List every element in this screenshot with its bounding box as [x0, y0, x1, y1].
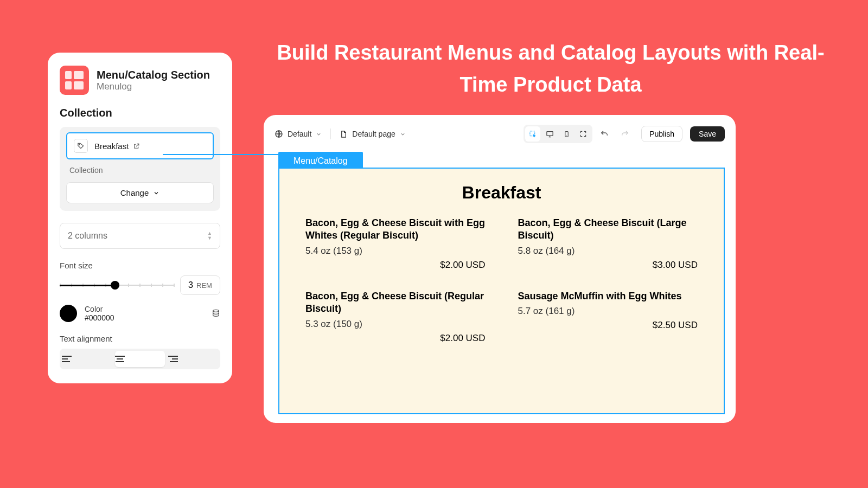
menu-grid: Bacon, Egg & Cheese Biscuit with Egg Whi… — [305, 217, 698, 344]
connector-line — [163, 154, 285, 155]
menu-item: Sausage McMuffin with Egg Whites 5.7 oz … — [518, 290, 698, 344]
font-size-slider[interactable] — [60, 280, 175, 291]
menu-item-price: $2.00 USD — [305, 333, 486, 344]
collection-heading: Collection — [60, 107, 220, 119]
menu-item-meta: 5.4 oz (153 g) — [305, 246, 486, 256]
menu-item-meta: 5.8 oz (164 g) — [518, 246, 698, 256]
chevron-down-icon — [400, 131, 406, 137]
page-icon — [340, 130, 348, 138]
editor-panel: Default Default page — [264, 115, 736, 423]
text-alignment-label: Text alignment — [60, 334, 220, 343]
font-size-unit: REM — [196, 281, 212, 290]
color-swatch — [60, 305, 77, 322]
svg-rect-13 — [547, 131, 553, 136]
font-size-input[interactable]: 3 REM — [180, 275, 220, 295]
desktop-button[interactable] — [542, 126, 557, 142]
change-label: Change — [120, 188, 149, 197]
marketing-headline: Build Restaurant Menus and Catalog Layou… — [266, 37, 835, 101]
align-right-button[interactable] — [168, 351, 218, 367]
svg-point-0 — [79, 144, 79, 145]
device-toggle-group — [524, 125, 592, 143]
theme-label: Default — [288, 130, 311, 138]
save-button[interactable]: Save — [690, 126, 725, 142]
toolbar-separator — [330, 129, 331, 139]
menu-item-name: Bacon, Egg & Cheese Biscuit (Regular Bis… — [305, 290, 486, 316]
theme-select[interactable]: Default — [275, 130, 322, 138]
chevron-down-icon — [153, 190, 159, 196]
collection-chip[interactable]: Breakfast — [66, 132, 214, 159]
change-collection-button[interactable]: Change — [66, 182, 214, 203]
text-alignment-group — [60, 349, 220, 369]
color-row[interactable]: Color #000000 — [60, 305, 220, 322]
menu-item-price: $2.50 USD — [518, 320, 698, 331]
fullscreen-button[interactable] — [576, 126, 591, 142]
columns-value: 2 columns — [68, 231, 107, 241]
panel-subtitle: Menulog — [97, 81, 210, 92]
collection-type-label: Collection — [69, 166, 214, 175]
external-link-icon — [133, 143, 140, 150]
canvas[interactable]: Breakfast Bacon, Egg & Cheese Biscuit wi… — [278, 168, 725, 414]
mobile-button[interactable] — [559, 126, 574, 142]
menu-item-name: Bacon, Egg & Cheese Biscuit with Egg Whi… — [305, 217, 486, 242]
database-icon — [212, 309, 220, 318]
inspector-button[interactable] — [525, 126, 540, 142]
color-value: #000000 — [85, 313, 114, 322]
menu-title: Breakfast — [305, 183, 698, 203]
menu-item-name: Bacon, Egg & Cheese Biscuit (Large Biscu… — [518, 217, 698, 242]
panel-header: Menu/Catalog Section Menulog — [60, 66, 220, 95]
align-left-button[interactable] — [62, 351, 112, 367]
svg-point-1 — [213, 310, 219, 312]
font-size-label: Font size — [60, 261, 220, 270]
menu-item-name: Sausage McMuffin with Egg Whites — [518, 290, 698, 303]
collection-box: Breakfast Collection Change — [60, 127, 220, 211]
align-center-button[interactable] — [115, 351, 165, 367]
undo-button[interactable] — [600, 130, 613, 138]
page-label: Default page — [352, 130, 395, 138]
section-type-icon — [60, 66, 89, 95]
page-select[interactable]: Default page — [340, 130, 405, 138]
menu-item: Bacon, Egg & Cheese Biscuit with Egg Whi… — [305, 217, 486, 271]
font-size-value: 3 — [188, 280, 193, 290]
menu-item-price: $3.00 USD — [518, 260, 698, 271]
menu-item-price: $2.00 USD — [305, 260, 486, 271]
globe-icon — [275, 130, 283, 138]
chevron-down-icon — [316, 131, 322, 137]
menu-item-meta: 5.7 oz (161 g) — [518, 306, 698, 317]
menu-item-meta: 5.3 oz (150 g) — [305, 319, 486, 330]
columns-select[interactable]: 2 columns ▲▼ — [60, 223, 220, 249]
tag-icon — [74, 139, 88, 153]
editor-toolbar: Default Default page — [275, 125, 725, 143]
redo-button[interactable] — [621, 130, 634, 138]
menu-item: Bacon, Egg & Cheese Biscuit (Regular Bis… — [305, 290, 486, 344]
stepper-icon: ▲▼ — [207, 231, 212, 241]
panel-title: Menu/Catalog Section — [97, 69, 210, 81]
settings-panel: Menu/Catalog Section Menulog Collection … — [48, 53, 232, 383]
menu-item: Bacon, Egg & Cheese Biscuit (Large Biscu… — [518, 217, 698, 271]
color-label: Color — [85, 305, 114, 313]
publish-button[interactable]: Publish — [641, 126, 682, 142]
collection-name: Breakfast — [94, 142, 129, 151]
